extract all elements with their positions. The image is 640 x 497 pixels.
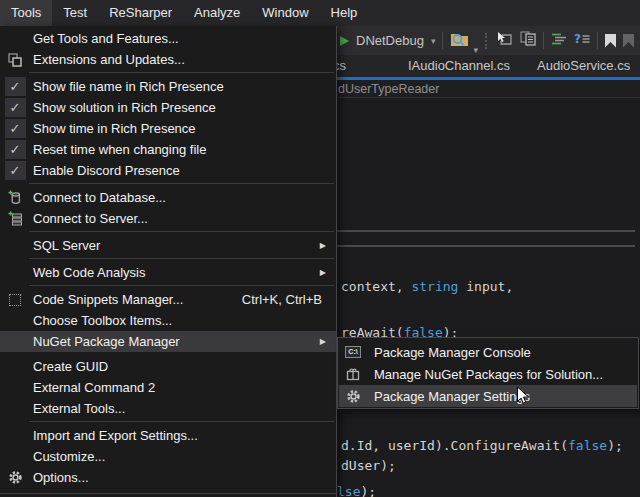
menu-item-web-code-analysis[interactable]: Web Code Analysis ▶ [0,262,336,283]
menu-item-connect-to-database[interactable]: Connect to Database... [0,187,336,208]
menu-item-choose-toolbox-items[interactable]: Choose Toolbox Items... [0,310,336,331]
mouse-cursor [516,386,531,411]
shortcut-label: Ctrl+K, Ctrl+B [242,292,330,307]
submenu-arrow-icon: ▶ [320,337,330,346]
menu-item-external-tools[interactable]: External Tools... [0,398,336,419]
menu-item-nuget-package-manager[interactable]: NuGet Package Manager ▶ [0,331,336,352]
play-icon[interactable] [340,36,349,46]
submenu-arrow-icon: ▶ [320,268,330,277]
menu-item-import-export-settings[interactable]: Import and Export Settings... [0,425,336,446]
menu-bottom-border [0,493,336,494]
checkmark-icon: ✓ [5,161,26,180]
menu-item-get-tools-and-features[interactable]: Get Tools and Features... [0,28,336,49]
run-config-caret-icon[interactable]: ▾ [431,36,436,46]
menu-item-show-time[interactable]: ✓ Show time in Rich Presence [0,118,336,139]
find-caret-icon[interactable]: ▾ [473,45,478,55]
package-icon [339,367,367,381]
gear-icon [0,470,30,485]
submenu-item-package-manager-settings[interactable]: Package Manager Settings [339,385,637,407]
comment-help-icon[interactable]: ? [574,32,590,50]
tab-iaudiochannel[interactable]: IAudioChannel.cs [408,55,510,77]
nuget-submenu: C:\ Package Manager Console Manage NuGet… [337,337,639,409]
format-document-icon[interactable] [551,32,567,50]
console-icon: C:\ [339,346,367,358]
copy-document-icon[interactable] [520,31,536,50]
gear-icon [339,389,367,404]
vs-window: Tools Test ReSharper Analyze Window Help… [0,0,640,497]
menu-separator [29,231,334,232]
checkmark-icon: ✓ [5,119,26,138]
breadcrumb[interactable]: dUserTypeReader [330,80,640,98]
tab-audioservice[interactable]: AudioService.cs [537,55,630,77]
menu-item-external-command-2[interactable]: External Command 2 [0,377,336,398]
code-editor[interactable]: context, string input, reAwait(false); d… [330,99,640,497]
checkmark-icon: ✓ [5,140,26,159]
code-line: d.Id, userId).ConfigureAwait(false); [341,438,623,453]
toolbar-separator [543,32,544,49]
menu-item-create-guid[interactable]: Create GUID [0,356,336,377]
menu-item-reset-time[interactable]: ✓ Reset time when changing file [0,139,336,160]
standard-toolbar: DNetDebug ▾ ▾ ? [330,26,640,55]
checkmark-icon: ✓ [5,98,26,117]
toolbar-separator [442,32,443,49]
previous-bookmark-icon[interactable] [623,34,634,48]
find-in-files-icon[interactable] [450,31,470,51]
code-line: context, string input, [341,279,513,294]
menu-item-extensions-and-updates[interactable]: Extensions and Updates... [0,49,336,70]
menu-item-sql-server[interactable]: SQL Server ▶ [0,235,336,256]
menu-separator [29,183,334,184]
menu-item-connect-to-server[interactable]: Connect to Server... [0,208,336,229]
run-config-dropdown[interactable]: DNetDebug [356,33,424,48]
menu-separator [29,258,334,259]
menu-item-enable-discord-presence[interactable]: ✓ Enable Discord Presence [0,160,336,181]
snippets-icon [0,294,30,306]
menu-separator [29,421,334,422]
menu-test[interactable]: Test [52,0,98,26]
navigate-selection-icon[interactable] [495,31,513,50]
extensions-icon [0,53,30,67]
submenu-item-manage-nuget-packages[interactable]: Manage NuGet Packages for Solution... [339,363,637,385]
submenu-arrow-icon: ▶ [320,241,330,250]
menu-bar: Tools Test ReSharper Analyze Window Help [0,0,640,26]
database-add-icon [0,190,30,205]
menu-help[interactable]: Help [320,0,369,26]
submenu-item-package-manager-console[interactable]: C:\ Package Manager Console [339,341,637,363]
bookmark-icon[interactable] [605,34,616,48]
tools-menu: Get Tools and Features... Extensions and… [0,26,337,497]
menu-item-options[interactable]: Options... [0,467,336,488]
menu-tools[interactable]: Tools [0,0,52,26]
menu-separator [29,72,334,73]
svg-text:?: ? [574,32,581,46]
toolbar-separator [597,32,598,49]
document-tab-bar: cs IAudioChannel.cs AudioService.cs [330,55,640,77]
toolbar-grip[interactable] [485,33,488,49]
menu-separator [29,285,334,286]
code-line: dUser); [341,458,396,473]
menu-item-code-snippets-manager[interactable]: Code Snippets Manager... Ctrl+K, Ctrl+B [0,289,336,310]
splitter-line [337,245,635,247]
menu-item-show-solution[interactable]: ✓ Show solution in Rich Presence [0,97,336,118]
server-add-icon [0,211,30,226]
splitter-line [337,230,635,232]
menu-analyze[interactable]: Analyze [183,0,251,26]
checkmark-icon: ✓ [5,77,26,96]
menu-item-show-file-name[interactable]: ✓ Show file name in Rich Presence [0,76,336,97]
menu-resharper[interactable]: ReSharper [98,0,183,26]
menu-window[interactable]: Window [251,0,319,26]
menu-item-customize[interactable]: Customize... [0,446,336,467]
code-line: lse); [337,484,376,497]
